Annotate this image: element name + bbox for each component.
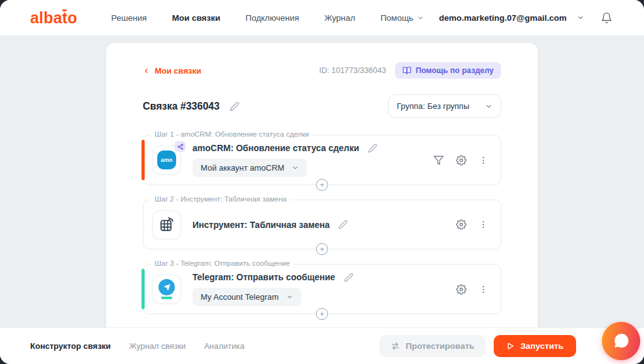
trigger-badge bbox=[175, 141, 186, 152]
run-button-label: Запустить bbox=[520, 341, 564, 351]
account-select[interactable]: My Account Telegram bbox=[192, 288, 301, 306]
tab-connection-journal[interactable]: Журнал связки bbox=[129, 341, 186, 351]
bottom-toolbar: Конструктор связки Журнал связки Аналити… bbox=[0, 328, 644, 364]
nav-item-solutions[interactable]: Решения bbox=[111, 13, 147, 23]
nav-item-journal[interactable]: Журнал bbox=[325, 13, 355, 23]
tab-constructor[interactable]: Конструктор связки bbox=[30, 341, 111, 351]
nav-menu: Решения Мои связки Подключения Журнал По… bbox=[92, 13, 424, 23]
footer-tabs: Конструктор связки Журнал связки Аналити… bbox=[30, 341, 245, 351]
add-step-button[interactable]: + bbox=[316, 308, 328, 320]
account-select-value: Мой аккаунт amoCRM bbox=[201, 163, 284, 173]
edit-step-button[interactable] bbox=[344, 273, 353, 282]
bell-icon bbox=[601, 12, 613, 24]
amocrm-app-icon: amo bbox=[152, 145, 181, 174]
logo-text: alba bbox=[30, 9, 62, 27]
filter-button[interactable] bbox=[433, 155, 444, 166]
test-button-label: Протестировать bbox=[406, 341, 474, 351]
albato-logo[interactable]: albato bbox=[30, 9, 77, 27]
step-legend: Шаг 2 - Инструмент: Табличная замена bbox=[151, 195, 291, 203]
table-replace-icon bbox=[159, 217, 175, 232]
gear-icon bbox=[456, 284, 467, 295]
account-select[interactable]: Мой аккаунт amoCRM bbox=[192, 159, 307, 177]
step-card-3: Шаг 3 - Telegram: Отправить сообщение Te… bbox=[143, 264, 501, 314]
edit-title-button[interactable] bbox=[230, 101, 240, 111]
webhook-icon bbox=[177, 144, 184, 150]
step-more-button[interactable] bbox=[479, 156, 488, 165]
pencil-icon bbox=[344, 273, 353, 282]
nav-item-my-connections[interactable]: Мои связки bbox=[172, 13, 220, 23]
group-select[interactable]: Группа: Без группы bbox=[388, 94, 501, 118]
edit-step-button[interactable] bbox=[368, 144, 377, 153]
gear-icon bbox=[456, 155, 467, 166]
card-header-row: Мои связки ID: 101773/336043 Помощь по р… bbox=[143, 62, 501, 79]
tab-analytics[interactable]: Аналитика bbox=[204, 341, 244, 351]
pencil-icon bbox=[368, 144, 377, 153]
kebab-menu-icon bbox=[479, 220, 488, 229]
paper-plane-icon bbox=[163, 283, 171, 292]
chevron-left-icon bbox=[143, 67, 150, 74]
step-accent-bar bbox=[142, 140, 145, 180]
step-card-1: Шаг 1 - amoCRM: Обновление статуса сделк… bbox=[143, 135, 501, 185]
account-menu[interactable]: demo.marketing.07@gmail.com bbox=[439, 13, 584, 23]
app-window: albato Решения Мои связки Подключения Жу… bbox=[0, 0, 644, 364]
speech-bubble-icon bbox=[612, 332, 631, 351]
step-settings-button[interactable] bbox=[456, 219, 467, 230]
connection-id: ID: 101773/336043 bbox=[319, 66, 386, 75]
chevron-down-icon[interactable] bbox=[577, 14, 584, 21]
breadcrumb-label: Мои связки bbox=[155, 66, 201, 76]
chevron-down-icon bbox=[485, 103, 492, 110]
step-card-2: Шаг 2 - Инструмент: Табличная замена Инс… bbox=[143, 200, 501, 249]
card-title-row: Связка #336043 Группа: Без группы bbox=[143, 94, 501, 118]
step-settings-button[interactable] bbox=[456, 284, 467, 295]
breadcrumb-back-link[interactable]: Мои связки bbox=[143, 66, 201, 76]
test-button[interactable]: Протестировать bbox=[379, 335, 486, 357]
nav-item-apps[interactable]: Подключения bbox=[245, 13, 299, 23]
step-title: amoCRM: Обновление статуса сделки bbox=[192, 143, 359, 153]
step-legend: Шаг 1 - amoCRM: Обновление статуса сделк… bbox=[151, 130, 313, 138]
chevron-down-icon bbox=[286, 293, 293, 300]
tool-app-icon bbox=[152, 210, 181, 239]
step-settings-button[interactable] bbox=[456, 155, 467, 166]
group-select-value: Группа: Без группы bbox=[397, 101, 469, 111]
step-accent-bar bbox=[142, 269, 145, 309]
step-more-button[interactable] bbox=[479, 220, 488, 229]
step-title: Инструмент: Табличная замена bbox=[192, 220, 330, 230]
kebab-menu-icon bbox=[479, 156, 488, 165]
book-icon bbox=[402, 66, 411, 75]
telegram-logo bbox=[158, 279, 175, 295]
pencil-icon bbox=[338, 220, 348, 229]
run-button[interactable]: Запустить bbox=[494, 335, 576, 357]
section-help-button[interactable]: Помощь по разделу bbox=[395, 62, 501, 79]
pencil-icon bbox=[230, 101, 240, 111]
logo-text: o bbox=[67, 9, 77, 27]
edit-step-button[interactable] bbox=[338, 220, 348, 229]
top-navbar: albato Решения Мои связки Подключения Жу… bbox=[0, 0, 644, 35]
amocrm-logo: amo bbox=[157, 151, 176, 169]
nav-item-help-label: Помощь bbox=[380, 13, 413, 23]
telegram-mini-label bbox=[161, 297, 172, 299]
swap-arrows-icon bbox=[391, 341, 400, 351]
nav-item-help[interactable]: Помощь bbox=[380, 13, 424, 23]
add-step-button[interactable]: + bbox=[316, 243, 328, 255]
connection-title: Связка #336043 bbox=[143, 101, 219, 112]
steps-list: Шаг 1 - amoCRM: Обновление статуса сделк… bbox=[143, 135, 501, 329]
footer-actions: Протестировать Запустить bbox=[379, 335, 609, 357]
step-title: Telegram: Отправить сообщение bbox=[192, 272, 335, 282]
notifications-button[interactable] bbox=[601, 12, 613, 24]
play-icon bbox=[506, 342, 514, 350]
chat-widget-button[interactable] bbox=[602, 322, 640, 360]
chevron-down-icon bbox=[292, 164, 299, 171]
add-step-button[interactable]: + bbox=[316, 179, 328, 191]
step-more-button[interactable] bbox=[479, 285, 488, 294]
connection-editor-card: Мои связки ID: 101773/336043 Помощь по р… bbox=[106, 43, 538, 328]
funnel-icon bbox=[433, 155, 444, 166]
kebab-menu-icon bbox=[479, 285, 488, 294]
chevron-down-icon bbox=[417, 14, 424, 21]
telegram-app-icon bbox=[152, 275, 181, 304]
account-email[interactable]: demo.marketing.07@gmail.com bbox=[439, 13, 567, 23]
account-select-value: My Account Telegram bbox=[201, 292, 279, 302]
section-help-label: Помощь по разделу bbox=[416, 66, 494, 75]
step-legend: Шаг 3 - Telegram: Отправить сообщение bbox=[151, 259, 294, 267]
logo-text: t bbox=[62, 9, 68, 27]
gear-icon bbox=[456, 219, 467, 230]
